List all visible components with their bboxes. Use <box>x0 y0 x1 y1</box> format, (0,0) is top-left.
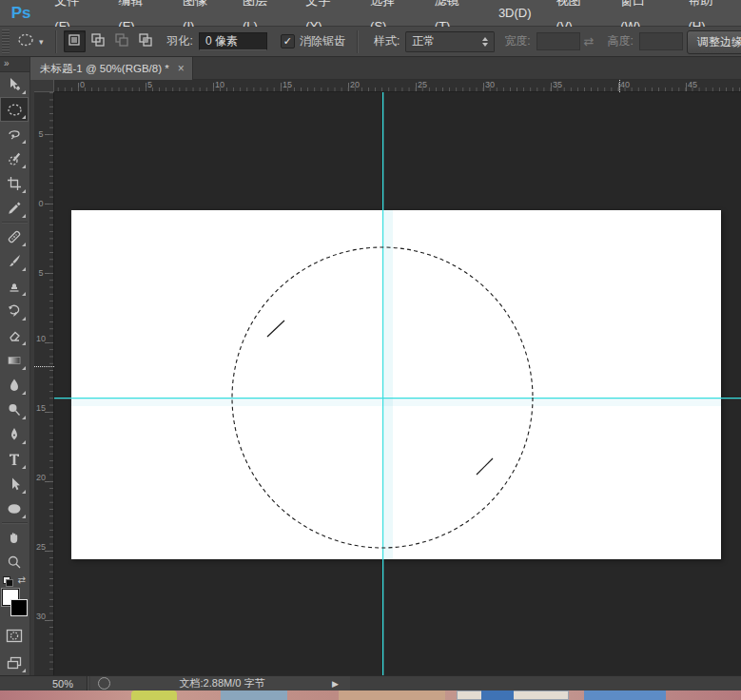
vertical-ruler[interactable]: 5 0 5 10 15 20 25 30 <box>34 92 54 675</box>
taskbar-item[interactable] <box>221 690 287 700</box>
path-selection-tool[interactable] <box>0 472 29 496</box>
swap-width-height-icon: ⇄ <box>584 34 595 49</box>
canvas-viewport[interactable] <box>54 92 741 675</box>
tools-panel: » <box>0 57 30 675</box>
gradient-tool[interactable] <box>0 348 29 373</box>
screen-mode-icon <box>7 655 23 671</box>
ruler-label: 10 <box>36 335 46 342</box>
dodge-tool[interactable] <box>0 398 29 422</box>
zoom-tool[interactable] <box>0 550 29 574</box>
feather-input[interactable]: 0 像素 <box>199 32 267 50</box>
subtract-from-selection-icon <box>114 32 129 51</box>
tool-preset-picker[interactable]: ▾ <box>17 31 44 52</box>
lasso-tool-icon <box>7 126 22 142</box>
quick-mask-button[interactable] <box>0 623 29 648</box>
ruler-label: 30 <box>36 612 46 620</box>
swap-colors-icon[interactable]: ⇄ <box>18 574 26 585</box>
separator <box>55 30 57 53</box>
gradient-tool-icon <box>7 353 22 368</box>
elliptical-marquee-icon <box>17 31 34 52</box>
status-zoom-field[interactable]: 50% <box>52 678 85 690</box>
document-tab-bar: 未标题-1 @ 50%(RGB/8) * × <box>30 57 741 80</box>
taskbar-item[interactable] <box>584 690 666 700</box>
default-colors-icon[interactable] <box>3 576 11 585</box>
ellipse-shape-icon <box>7 501 22 516</box>
menu-3d[interactable]: 3D(D) <box>486 0 544 26</box>
screen-mode-button[interactable] <box>0 651 29 675</box>
crop-tool[interactable] <box>0 171 29 196</box>
separator <box>357 30 359 53</box>
taskbar-item[interactable] <box>481 690 514 700</box>
clone-stamp-tool[interactable] <box>0 274 29 299</box>
document-area: 未标题-1 @ 50%(RGB/8) * × 0 5 10 15 20 25 3… <box>30 57 741 675</box>
options-bar-grip[interactable] <box>2 29 10 54</box>
document-size-info[interactable]: 文档:2.88M/0 字节 <box>120 676 324 690</box>
antialias-checkbox[interactable]: ✓ <box>281 34 295 49</box>
brush-tool-icon <box>7 254 22 269</box>
divider <box>2 522 28 524</box>
intersect-selection-button[interactable] <box>135 30 157 52</box>
dodge-tool-icon <box>7 402 22 418</box>
document-tab[interactable]: 未标题-1 @ 50%(RGB/8) * × <box>30 57 193 80</box>
history-brush-tool[interactable] <box>0 299 29 323</box>
ruler-label: 15 <box>283 80 292 89</box>
horizontal-ruler[interactable]: 0 5 10 15 20 25 30 35 40 45 <box>54 80 741 92</box>
ellipse-shape-tool[interactable] <box>0 496 29 521</box>
chevron-down-icon: ▾ <box>39 37 44 47</box>
clone-stamp-icon <box>7 279 22 294</box>
blur-tool-icon <box>7 378 22 393</box>
eraser-tool-icon <box>7 328 22 343</box>
style-select[interactable]: 正常 <box>405 31 495 52</box>
ruler-label: 10 <box>215 80 224 89</box>
taskbar-item[interactable] <box>339 690 445 700</box>
refine-edge-button[interactable]: 调整边缘 <box>687 30 741 54</box>
ruler-label: 25 <box>418 80 427 89</box>
elliptical-marquee-tool[interactable] <box>0 97 29 122</box>
select-arrows-icon <box>482 37 488 47</box>
status-bar: 50% 文档:2.88M/0 字节 ▶ <box>0 675 741 690</box>
hand-tool[interactable] <box>0 525 29 550</box>
lasso-tool[interactable] <box>0 122 29 146</box>
document-tab-title: 未标题-1 @ 50%(RGB/8) * <box>40 62 169 76</box>
status-popup-arrow-icon[interactable]: ▶ <box>332 679 339 689</box>
eyedropper-icon <box>7 201 22 216</box>
subtract-from-selection-button[interactable] <box>111 30 133 52</box>
path-selection-icon <box>7 476 22 492</box>
ruler-label: 40 <box>620 80 630 89</box>
new-selection-button[interactable] <box>64 30 86 52</box>
crop-tool-icon <box>7 176 22 191</box>
height-label: 高度: <box>607 33 633 49</box>
antialias-label: 消除锯齿 <box>300 33 345 49</box>
height-input <box>639 32 683 50</box>
eraser-tool[interactable] <box>0 323 29 348</box>
move-tool[interactable] <box>0 72 29 97</box>
healing-brush-icon <box>7 229 22 244</box>
collapse-panel-button[interactable]: » <box>0 57 29 72</box>
ruler-label: 25 <box>36 543 46 551</box>
selection-marching-ants <box>225 241 539 554</box>
type-tool-icon <box>7 452 22 467</box>
ruler-origin-corner[interactable] <box>34 80 54 92</box>
ruler-label: 15 <box>36 404 46 412</box>
windows-taskbar <box>0 690 741 700</box>
pen-tool-icon <box>7 427 22 442</box>
eyedropper-tool[interactable] <box>0 196 29 221</box>
ruler-label: 5 <box>36 269 46 277</box>
pen-tool[interactable] <box>0 422 29 447</box>
ruler-label: 5 <box>36 130 46 138</box>
quick-selection-tool[interactable] <box>0 146 29 171</box>
add-to-selection-button[interactable] <box>88 30 109 52</box>
spot-healing-brush-tool[interactable] <box>0 224 29 249</box>
width-input <box>536 32 580 50</box>
ruler-label: 0 <box>80 80 85 89</box>
taskbar-item[interactable] <box>131 690 177 700</box>
cursor-position-marker <box>34 366 54 367</box>
brush-tool[interactable] <box>0 249 29 274</box>
close-icon[interactable]: × <box>178 63 185 74</box>
style-select-value: 正常 <box>412 33 435 49</box>
background-color-swatch[interactable] <box>10 599 28 616</box>
blur-tool[interactable] <box>0 373 29 398</box>
type-tool[interactable] <box>0 447 29 472</box>
ruler-label: 45 <box>688 80 697 89</box>
new-selection-icon <box>67 32 82 51</box>
